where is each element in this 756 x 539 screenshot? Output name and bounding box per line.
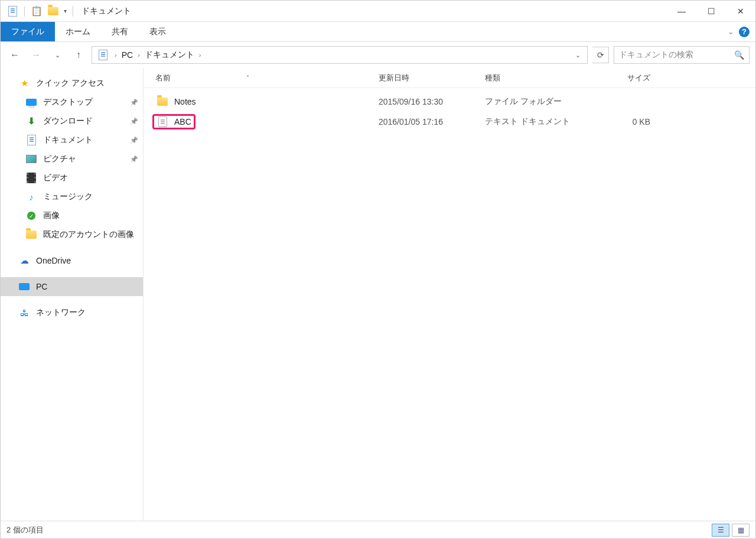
title-bar: 📋 ▾ ドキュメント ― ☐ ✕ xyxy=(1,1,755,22)
quick-access-dropdown-icon[interactable]: ▾ xyxy=(64,8,67,14)
column-header-type[interactable]: 種類 xyxy=(485,73,591,83)
file-name: ABC xyxy=(174,117,191,126)
pc-icon xyxy=(18,281,30,292)
ribbon-collapse-icon[interactable]: ⌄ xyxy=(728,27,734,36)
search-icon[interactable]: 🔍 xyxy=(734,50,744,60)
sidebar-item-label: ドキュメント xyxy=(43,135,93,145)
sidebar-item-label: PC xyxy=(36,282,47,291)
file-type: テキスト ドキュメント xyxy=(485,116,591,127)
download-icon: ⬇ xyxy=(25,116,37,126)
text-file-icon xyxy=(157,116,168,128)
tab-home[interactable]: ホーム xyxy=(55,22,101,41)
nav-forward-button[interactable]: → xyxy=(28,47,44,63)
sidebar-item-onedrive[interactable]: ☁OneDrive xyxy=(1,251,143,270)
breadcrumb-documents[interactable]: ドキュメント xyxy=(144,50,195,60)
sidebar-item-pc[interactable]: PC xyxy=(1,277,143,296)
sidebar-item-label: 画像 xyxy=(43,210,60,221)
column-headers: 名前˄ 更新日時 種類 サイズ xyxy=(144,68,755,88)
chevron-right-icon[interactable]: › xyxy=(115,51,117,59)
column-header-name[interactable]: 名前˄ xyxy=(144,73,379,83)
properties-icon[interactable]: 📋 xyxy=(31,5,43,17)
nav-history-dropdown-icon[interactable]: ⌄ xyxy=(49,47,66,63)
app-document-icon[interactable] xyxy=(6,5,18,17)
sidebar-item-videos[interactable]: ビデオ xyxy=(1,168,143,187)
file-row-folder[interactable]: Notes 2015/09/16 13:30 ファイル フォルダー xyxy=(144,92,755,112)
sidebar-item-label: ネットワーク xyxy=(36,307,86,318)
picture-icon xyxy=(25,154,37,164)
address-bar-row: ← → ⌄ ↑ › PC › ドキュメント › ⌄ ⟳ ドキュメントの検索 🔍 xyxy=(1,42,755,68)
file-date: 2016/01/05 17:16 xyxy=(379,117,485,126)
search-input[interactable]: ドキュメントの検索 🔍 xyxy=(614,46,750,64)
address-dropdown-icon[interactable]: ⌄ xyxy=(571,47,585,63)
main-area: ★クイック アクセス デスクトップ ⬇ダウンロード ドキュメント ピクチャ ビデ… xyxy=(1,68,755,521)
file-type: ファイル フォルダー xyxy=(485,96,591,107)
chevron-right-icon[interactable]: › xyxy=(138,51,140,59)
sidebar-item-music[interactable]: ♪ミュージック xyxy=(1,187,143,206)
separator xyxy=(24,6,25,17)
sidebar-item-label: ピクチャ xyxy=(43,154,76,164)
help-icon[interactable]: ? xyxy=(739,27,750,37)
sidebar-item-label: ミュージック xyxy=(43,191,93,202)
file-rows: Notes 2015/09/16 13:30 ファイル フォルダー ABC 20… xyxy=(144,88,755,521)
column-header-size[interactable]: サイズ xyxy=(591,73,662,83)
check-icon: ✓ xyxy=(25,210,37,221)
status-item-count: 2 個の項目 xyxy=(6,525,44,535)
status-bar: 2 個の項目 ☰ ▦ xyxy=(1,521,755,538)
maximize-button[interactable]: ☐ xyxy=(696,1,726,21)
chevron-right-icon[interactable]: › xyxy=(199,51,201,59)
tab-view[interactable]: 表示 xyxy=(139,22,177,41)
highlight-annotation: ABC xyxy=(152,114,195,129)
sidebar-item-desktop[interactable]: デスクトップ xyxy=(1,93,143,112)
file-list-panel: 名前˄ 更新日時 種類 サイズ Notes 2015/09/16 13:30 フ… xyxy=(144,68,755,521)
breadcrumb-pc[interactable]: PC xyxy=(120,50,134,60)
view-details-button[interactable]: ☰ xyxy=(712,524,729,537)
sidebar-item-label: クイック アクセス xyxy=(36,78,105,89)
sidebar-item-images[interactable]: ✓画像 xyxy=(1,206,143,225)
column-header-date[interactable]: 更新日時 xyxy=(379,73,485,83)
ribbon-tabs: ファイル ホーム 共有 表示 ⌄ ? xyxy=(1,22,755,42)
tab-file[interactable]: ファイル xyxy=(1,22,55,41)
minimize-button[interactable]: ― xyxy=(667,1,696,21)
file-row-abc[interactable]: ABC 2016/01/05 17:16 テキスト ドキュメント 0 KB xyxy=(144,112,755,132)
column-label: 名前 xyxy=(155,73,171,83)
video-icon xyxy=(25,173,37,183)
star-icon: ★ xyxy=(18,78,30,89)
file-name: Notes xyxy=(174,97,196,106)
sort-indicator-icon: ˄ xyxy=(246,74,249,81)
sidebar-item-default-account[interactable]: 既定のアカウントの画像 xyxy=(1,225,143,244)
nav-up-button[interactable]: ↑ xyxy=(70,47,87,63)
desktop-icon xyxy=(25,97,37,108)
sidebar-item-downloads[interactable]: ⬇ダウンロード xyxy=(1,112,143,131)
sidebar-item-label: ダウンロード xyxy=(43,116,93,126)
address-bar[interactable]: › PC › ドキュメント › ⌄ xyxy=(92,46,588,64)
sidebar-item-label: 既定のアカウントの画像 xyxy=(43,229,134,240)
window-title: ドキュメント xyxy=(82,6,131,17)
sidebar-item-quick-access[interactable]: ★クイック アクセス xyxy=(1,74,143,93)
nav-sidebar: ★クイック アクセス デスクトップ ⬇ダウンロード ドキュメント ピクチャ ビデ… xyxy=(1,68,144,521)
sidebar-item-label: OneDrive xyxy=(36,256,71,265)
close-button[interactable]: ✕ xyxy=(726,1,755,21)
location-doc-icon[interactable] xyxy=(97,49,109,61)
music-icon: ♪ xyxy=(25,191,37,202)
network-icon: 🖧 xyxy=(18,307,30,318)
refresh-button[interactable]: ⟳ xyxy=(592,47,609,63)
sidebar-item-network[interactable]: 🖧ネットワーク xyxy=(1,303,143,322)
separator xyxy=(73,6,73,17)
folder-icon xyxy=(157,96,168,108)
view-large-icons-button[interactable]: ▦ xyxy=(732,524,750,537)
file-date: 2015/09/16 13:30 xyxy=(379,97,485,106)
document-icon xyxy=(25,135,37,145)
sidebar-item-documents[interactable]: ドキュメント xyxy=(1,131,143,150)
folder-icon xyxy=(25,229,37,240)
search-placeholder: ドキュメントの検索 xyxy=(619,50,693,60)
cloud-icon: ☁ xyxy=(18,255,30,266)
tab-share[interactable]: 共有 xyxy=(101,22,139,41)
quick-folder-icon[interactable] xyxy=(47,5,59,17)
sidebar-item-label: デスクトップ xyxy=(43,97,93,108)
nav-back-button[interactable]: ← xyxy=(6,47,23,63)
file-size: 0 KB xyxy=(591,117,662,126)
sidebar-item-label: ビデオ xyxy=(43,173,68,183)
sidebar-item-pictures[interactable]: ピクチャ xyxy=(1,150,143,168)
